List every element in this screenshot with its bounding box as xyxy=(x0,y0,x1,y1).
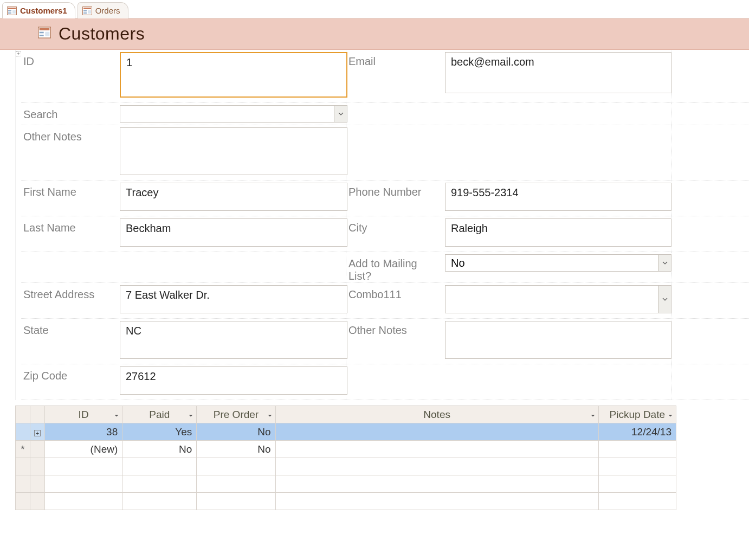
label-email: Email xyxy=(346,50,443,68)
form-body: + ID Email Search xyxy=(0,50,749,510)
svg-rect-3 xyxy=(8,12,11,14)
label-other-notes-2: Other Notes xyxy=(346,319,443,337)
label-state: State xyxy=(21,319,118,337)
table-row-empty xyxy=(16,475,676,493)
page-title: Customers xyxy=(59,24,145,44)
datasheet-header-row: ID Paid Pre Order xyxy=(16,406,676,423)
column-header-pickup[interactable]: Pickup Date xyxy=(598,406,676,423)
form-icon xyxy=(7,7,17,15)
phone-field[interactable] xyxy=(445,183,671,211)
combo111-input[interactable] xyxy=(445,286,658,313)
label-combo111: Combo111 xyxy=(346,283,443,301)
svg-rect-2 xyxy=(8,10,11,11)
tab-label: Customers1 xyxy=(20,6,67,15)
id-field[interactable] xyxy=(120,52,347,98)
orders-subdatasheet: ID Paid Pre Order xyxy=(15,405,749,510)
cell-preorder[interactable]: No xyxy=(197,423,275,441)
combo111-combo[interactable] xyxy=(445,285,671,313)
table-row[interactable]: *(New)NoNo xyxy=(16,441,676,458)
form-header: Customers xyxy=(0,18,749,50)
expand-row[interactable] xyxy=(30,441,44,458)
street-field[interactable] xyxy=(120,285,347,313)
sort-dropdown-icon[interactable] xyxy=(268,409,272,421)
mailing-combo[interactable] xyxy=(445,254,671,272)
label-last-name: Last Name xyxy=(21,216,118,234)
chevron-down-icon[interactable] xyxy=(658,255,671,271)
column-header-id[interactable]: ID xyxy=(44,406,122,423)
cell-pickup[interactable] xyxy=(598,441,676,458)
label-phone: Phone Number xyxy=(346,181,443,198)
email-field[interactable] xyxy=(445,52,671,93)
row-selector[interactable]: * xyxy=(16,441,30,458)
label-search: Search xyxy=(21,103,118,121)
svg-rect-14 xyxy=(45,32,49,36)
mailing-input[interactable] xyxy=(445,255,658,271)
search-combo[interactable] xyxy=(120,105,347,123)
last-name-field[interactable] xyxy=(120,218,347,247)
cell-notes[interactable] xyxy=(275,423,598,441)
cell-preorder[interactable]: No xyxy=(197,441,275,458)
city-field[interactable] xyxy=(445,218,671,247)
svg-rect-4 xyxy=(12,10,16,14)
expand-column-header xyxy=(30,406,44,423)
cell-notes[interactable] xyxy=(275,441,598,458)
tab-orders[interactable]: Orders xyxy=(78,2,128,18)
cell-id[interactable]: 38 xyxy=(44,423,122,441)
search-input[interactable] xyxy=(120,106,334,122)
first-name-field[interactable] xyxy=(120,183,347,211)
svg-rect-12 xyxy=(40,32,44,34)
zip-field[interactable] xyxy=(120,366,347,395)
cell-paid[interactable]: Yes xyxy=(122,423,197,441)
svg-rect-8 xyxy=(83,12,87,14)
expand-row[interactable]: + xyxy=(30,423,44,441)
column-header-notes[interactable]: Notes xyxy=(275,406,598,423)
form-icon xyxy=(82,7,92,15)
form-icon xyxy=(38,27,51,41)
label-first-name: First Name xyxy=(21,181,118,198)
cell-paid[interactable]: No xyxy=(122,441,197,458)
sort-dropdown-icon[interactable] xyxy=(591,409,595,421)
svg-rect-13 xyxy=(40,35,44,36)
label-id: ID xyxy=(21,50,118,68)
label-zip: Zip Code xyxy=(21,364,118,382)
document-tabs: Customers1 Orders xyxy=(0,0,749,18)
table-row[interactable]: +38YesNo12/24/13 xyxy=(16,423,676,441)
table-row-empty xyxy=(16,458,676,475)
chevron-down-icon[interactable] xyxy=(334,106,347,122)
label-mailing: Add to Mailing List? xyxy=(346,252,443,282)
sort-dropdown-icon[interactable] xyxy=(114,409,119,421)
expand-record-icon[interactable]: + xyxy=(16,51,21,56)
label-other-notes: Other Notes xyxy=(21,125,118,143)
svg-rect-7 xyxy=(83,10,87,11)
svg-rect-6 xyxy=(83,8,91,9)
label-city: City xyxy=(346,216,443,234)
svg-rect-9 xyxy=(88,10,91,14)
chevron-down-icon[interactable] xyxy=(658,286,671,313)
cell-id[interactable]: (New) xyxy=(44,441,122,458)
sort-dropdown-icon[interactable] xyxy=(189,409,193,421)
column-header-paid[interactable]: Paid xyxy=(122,406,197,423)
svg-rect-1 xyxy=(8,8,16,9)
other-notes-2-field[interactable] xyxy=(445,321,671,359)
state-field[interactable] xyxy=(120,321,347,359)
label-street: Street Address xyxy=(21,283,118,301)
cell-pickup[interactable]: 12/24/13 xyxy=(598,423,676,441)
select-all-corner[interactable] xyxy=(16,406,30,423)
row-selector[interactable] xyxy=(16,423,30,441)
other-notes-field[interactable] xyxy=(120,127,347,175)
tab-label: Orders xyxy=(95,6,120,15)
sort-dropdown-icon[interactable] xyxy=(668,409,673,421)
svg-rect-11 xyxy=(40,28,50,30)
tab-customers1[interactable]: Customers1 xyxy=(2,2,75,18)
table-row-empty xyxy=(16,493,676,510)
column-header-preorder[interactable]: Pre Order xyxy=(197,406,275,423)
